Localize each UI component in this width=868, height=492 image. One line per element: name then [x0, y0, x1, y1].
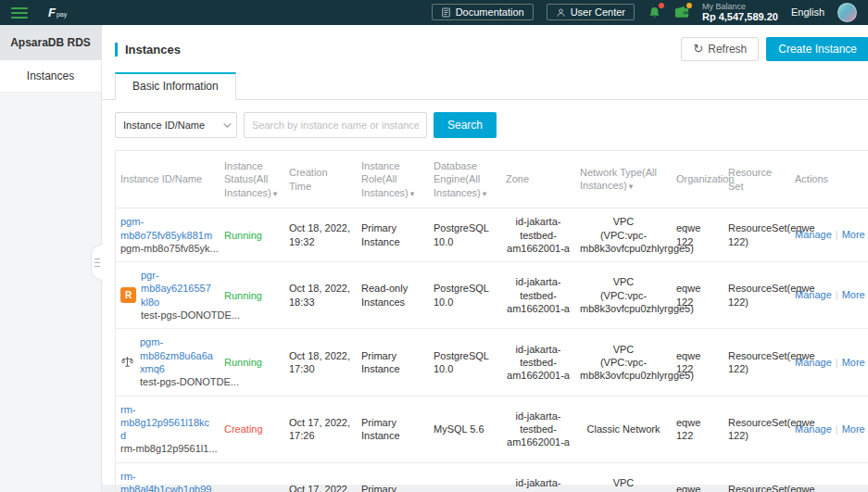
- search-input[interactable]: [244, 112, 427, 138]
- zone: id-jakarta- testbed- am1662001-a: [501, 262, 575, 329]
- instance-table-body: R pgm-mb8o75fv85yk881m pgm-mb8o75fv85yk.…: [116, 208, 868, 492]
- table-row: R rm-mb8g12p9561l18kcd rm-mb8g12p9561l1.…: [116, 396, 868, 462]
- wallet-icon[interactable]: [674, 6, 689, 19]
- sidebar-collapse-handle[interactable]: [91, 244, 103, 281]
- more-link[interactable]: More ▾: [842, 289, 868, 300]
- instance-name: rm-mb8g12p9561l1...: [120, 443, 218, 454]
- instance-status: Running: [224, 357, 262, 368]
- instance-name: pgm-mb8o75fv85yk...: [120, 243, 219, 254]
- user-icon: [556, 7, 566, 18]
- instance-name: test-pgs-DONOTDE...: [140, 376, 239, 387]
- creation-time: Oct 18, 2022, 19:32: [284, 208, 357, 262]
- zone: id-jakarta- testbed- am1662001-a: [501, 462, 575, 492]
- action-separator: |: [836, 423, 838, 435]
- user-center-button[interactable]: User Center: [547, 4, 635, 20]
- sidebar-item-instances[interactable]: Instances: [0, 60, 101, 93]
- creation-time: Oct 18, 2022, 18:33: [284, 262, 357, 329]
- instance-status: Running: [224, 230, 262, 241]
- organization: eqwe 122: [672, 396, 723, 462]
- manage-link[interactable]: Manage: [795, 229, 832, 240]
- more-link[interactable]: More ▾: [842, 423, 868, 435]
- network-type: VPC (VPC:vpc- mb8k3ovfcpu0zhlyrgge5): [575, 208, 672, 262]
- refresh-button[interactable]: ↻ Refresh: [681, 37, 759, 61]
- document-icon: [441, 7, 451, 18]
- column-creation-time: Creation Time: [284, 151, 357, 208]
- action-separator: |: [836, 229, 838, 240]
- notification-badge-dot: [659, 3, 664, 8]
- instance-id-link[interactable]: pgm-mb8o75fv85yk881m: [120, 215, 215, 242]
- action-separator: |: [836, 289, 838, 300]
- column-organization: Organization: [672, 151, 723, 208]
- filter-caret-icon: ▾: [410, 189, 415, 198]
- column-network-type[interactable]: Network Type(All Instances)▾: [575, 151, 672, 208]
- create-instance-button[interactable]: Create Instance: [766, 37, 868, 61]
- refresh-label: Refresh: [708, 43, 747, 56]
- balance-label: My Balance: [702, 2, 778, 11]
- more-link[interactable]: More ▾: [842, 357, 868, 368]
- creation-time: Oct 17, 2022, 12:24: [284, 462, 357, 492]
- manage-link[interactable]: Manage: [795, 423, 832, 435]
- manage-link[interactable]: Manage: [795, 289, 832, 300]
- table-header-row: Instance ID/Name Instance Status(All Ins…: [116, 151, 868, 208]
- brand-logo-text: pay: [57, 10, 67, 19]
- filter-caret-icon: ▾: [483, 189, 487, 198]
- hamburger-menu-icon[interactable]: [11, 7, 28, 19]
- table-row: R rm-mb8al4b1cwh1qh996 test-mysql-56-no.…: [116, 462, 868, 492]
- column-database-engine[interactable]: Database Engine(All Instances)▾: [429, 151, 501, 208]
- page-title: Instances: [115, 43, 181, 57]
- user-avatar[interactable]: [837, 3, 857, 22]
- documentation-button[interactable]: Documentation: [432, 4, 534, 20]
- column-resource-set: Resource Set: [723, 151, 790, 208]
- table-row: R pgm-mb8o75fv85yk881m pgm-mb8o75fv85yk.…: [116, 208, 868, 262]
- table-row: R pgm-mb86zm8u6a6axmq6 test-pgs-DONOTDE.…: [116, 329, 868, 396]
- instance-role: Read-only Instances: [357, 262, 429, 329]
- resource-set: ResourceSet(eqwe 122): [723, 329, 790, 396]
- tab-bar: Basic Information: [102, 72, 868, 100]
- filter-caret-icon: ▾: [273, 189, 278, 198]
- network-type: VPC (VPC:vpc- mb8k3ovfcpu0zhlyrgge5): [575, 462, 672, 492]
- language-switcher[interactable]: English: [791, 6, 824, 18]
- creation-time: Oct 18, 2022, 17:30: [284, 329, 357, 396]
- database-engine: PostgreSQL 10.0: [429, 208, 501, 262]
- tab-basic-information[interactable]: Basic Information: [115, 72, 236, 100]
- database-engine: MySQL 5.6: [429, 462, 501, 492]
- instance-id-link[interactable]: rm-mb8al4b1cwh1qh996: [120, 470, 215, 492]
- instances-card: Instances ↻ Refresh Create Instance Basi…: [102, 25, 868, 485]
- organization: eqwe 122: [672, 329, 723, 396]
- search-button[interactable]: Search: [434, 112, 497, 138]
- brand-logo[interactable]: F pay: [48, 6, 67, 19]
- wallet-badge-dot: [686, 3, 692, 8]
- search-field-select[interactable]: Instance ID/Name: [115, 112, 237, 138]
- notification-bell-icon[interactable]: [648, 6, 661, 19]
- action-separator: |: [836, 357, 838, 368]
- network-type: Classic Network: [575, 396, 672, 462]
- manage-link[interactable]: Manage: [795, 357, 832, 368]
- instance-role: Primary Instance: [357, 462, 429, 492]
- column-zone: Zone: [501, 151, 575, 208]
- chevron-down-icon: [223, 120, 231, 127]
- search-field-select-value: Instance ID/Name: [123, 120, 205, 131]
- column-instance-role[interactable]: Instance Role(All Instances)▾: [357, 151, 429, 208]
- documentation-label: Documentation: [456, 6, 524, 18]
- column-instance-status[interactable]: Instance Status(All Instances)▾: [220, 151, 284, 208]
- instance-status: Running: [224, 290, 262, 301]
- more-link[interactable]: More ▾: [842, 229, 868, 240]
- table-row: R pgr-mb8ay6216557kl8o test-pgs-DONOTDE.…: [116, 262, 868, 329]
- database-engine: PostgreSQL 10.0: [429, 329, 501, 396]
- zone: id-jakarta- testbed- am1662001-a: [501, 208, 575, 262]
- balance-block[interactable]: My Balance Rp 4,547,589.20: [702, 2, 778, 23]
- instance-role: Primary Instance: [357, 396, 429, 462]
- brand-logo-mark: F: [48, 6, 56, 19]
- instance-role: Primary Instance: [357, 329, 429, 396]
- resource-set: ResourceSet(eqwe 122): [723, 462, 790, 492]
- database-engine: PostgreSQL 10.0: [429, 262, 501, 329]
- read-write-splitting-icon: [120, 355, 135, 370]
- instance-id-link[interactable]: rm-mb8g12p9561l18kcd: [120, 403, 215, 443]
- resource-set: ResourceSet(eqwe 122): [723, 396, 790, 462]
- resource-set: ResourceSet(eqwe 122): [723, 262, 790, 329]
- instance-id-link[interactable]: pgr-mb8ay6216557kl8o: [141, 269, 215, 309]
- topbar: F pay Documentation User Center My Balan…: [0, 0, 868, 25]
- refresh-icon: ↻: [693, 44, 703, 55]
- instance-id-link[interactable]: pgm-mb86zm8u6a6axmq6: [140, 335, 215, 375]
- column-instance-id: Instance ID/Name: [116, 151, 220, 208]
